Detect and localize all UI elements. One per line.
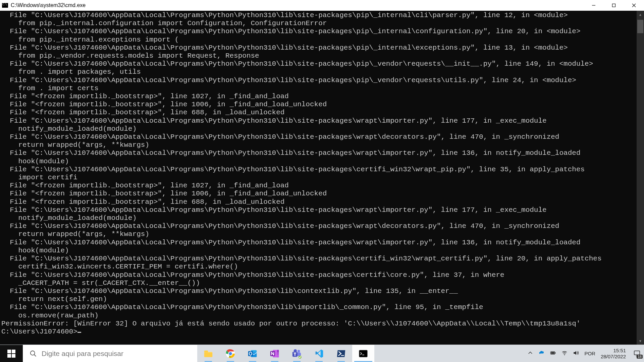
terminal-line: File "C:\Users\J1074600\AppData\Local\Pr… bbox=[1, 239, 637, 247]
terminal-line: File "C:\Users\J1074600\AppData\Local\Pr… bbox=[1, 117, 637, 125]
terminal-line: return wrapped(*args, **kwargs) bbox=[1, 141, 637, 149]
terminal-line: from . import certs bbox=[1, 84, 637, 93]
terminal-line: return wrapped(*args, **kwargs) bbox=[1, 230, 637, 238]
terminal-line: notify_module_loaded(module) bbox=[1, 214, 637, 222]
svg-marker-31 bbox=[574, 351, 577, 355]
taskbar: Digite aqui para pesquisar POR 15:51 28/… bbox=[0, 345, 644, 362]
scroll-up-button[interactable]: ▲ bbox=[637, 11, 644, 18]
cursor bbox=[77, 332, 81, 333]
terminal-line: File "C:\Users\J1074600\AppData\Local\Pr… bbox=[1, 11, 637, 19]
terminal-line: PermissionError: [WinError 32] O arquivo… bbox=[1, 320, 637, 328]
windows-icon bbox=[7, 350, 15, 358]
file-explorer-icon bbox=[203, 348, 214, 359]
onedrive-icon[interactable] bbox=[539, 350, 545, 357]
taskbar-app-file-explorer[interactable] bbox=[197, 345, 219, 362]
terminal-line: os.remove(raw_path) bbox=[1, 312, 637, 320]
chrome-icon bbox=[225, 348, 236, 359]
terminal-line: notify_module_loaded(module) bbox=[1, 125, 637, 133]
terminal-area[interactable]: File "C:\Users\J1074600\AppData\Local\Pr… bbox=[0, 11, 644, 345]
window-titlebar: C:\Windows\system32\cmd.exe bbox=[0, 0, 644, 11]
search-placeholder: Digite aqui para pesquisar bbox=[42, 350, 123, 358]
taskbar-app-chrome[interactable] bbox=[219, 345, 241, 362]
language-indicator[interactable]: POR bbox=[584, 351, 595, 356]
clock-time: 15:51 bbox=[601, 348, 626, 354]
terminal-line: from pip._vendor.requests.models import … bbox=[1, 52, 637, 60]
terminal-line: File "C:\Users\J1074600\AppData\Local\Pr… bbox=[1, 287, 637, 295]
taskbar-app-vscode[interactable] bbox=[308, 345, 330, 362]
volume-icon[interactable] bbox=[573, 350, 579, 357]
svg-rect-1 bbox=[612, 4, 615, 7]
minimize-button[interactable] bbox=[584, 0, 604, 11]
terminal-line: C:\Users\J1074600> bbox=[1, 328, 637, 336]
scroll-down-button[interactable]: ▼ bbox=[637, 337, 644, 345]
start-button[interactable] bbox=[0, 345, 23, 362]
terminal-line: from . import packages, utils bbox=[1, 68, 637, 76]
svg-rect-18 bbox=[277, 352, 279, 355]
taskbar-app-outlook[interactable] bbox=[241, 345, 264, 362]
taskbar-app-onenote[interactable] bbox=[264, 345, 286, 362]
terminal-line: File "C:\Users\J1074600\AppData\Local\Pr… bbox=[1, 166, 637, 174]
tray-chevron-up-icon[interactable] bbox=[527, 350, 533, 357]
terminal-line: File "C:\Users\J1074600\AppData\Local\Pr… bbox=[1, 206, 637, 214]
terminal-line: File "C:\Users\J1074600\AppData\Local\Pr… bbox=[1, 255, 637, 263]
terminal-line: File "C:\Users\J1074600\AppData\Local\Pr… bbox=[1, 303, 637, 311]
scroll-track[interactable] bbox=[637, 18, 644, 337]
terminal-line: _CACERT_PATH = str(_CACERT_CTX.__enter__… bbox=[1, 279, 637, 287]
svg-rect-29 bbox=[551, 352, 554, 354]
terminal-line: File "<frozen importlib._bootstrap>", li… bbox=[1, 109, 637, 117]
terminal-line: from pip._internal.configuration import … bbox=[1, 19, 637, 27]
maximize-button[interactable] bbox=[604, 0, 624, 11]
terminal-line: hook(module) bbox=[1, 247, 637, 255]
terminal-line: import certifi bbox=[1, 174, 637, 182]
svg-rect-17 bbox=[277, 350, 279, 352]
terminal-line: hook(module) bbox=[1, 158, 637, 166]
powershell-icon bbox=[335, 348, 347, 359]
svg-rect-19 bbox=[277, 355, 279, 357]
notifications-button[interactable]: 18 bbox=[633, 350, 641, 358]
terminal-line: from pip._internal.exceptions import ( bbox=[1, 36, 637, 44]
onenote-icon bbox=[269, 348, 280, 359]
clock-date: 28/07/2022 bbox=[601, 354, 626, 360]
teams-icon bbox=[291, 348, 303, 359]
terminal-line: File "<frozen importlib._bootstrap>", li… bbox=[1, 101, 637, 109]
taskbar-app-powershell[interactable] bbox=[330, 345, 352, 362]
svg-rect-8 bbox=[204, 352, 212, 357]
outlook-icon bbox=[247, 348, 258, 359]
cmd-icon bbox=[2, 3, 8, 8]
taskbar-app-cmd[interactable] bbox=[352, 345, 374, 362]
terminal-line: File "C:\Users\J1074600\AppData\Local\Pr… bbox=[1, 271, 637, 279]
svg-point-21 bbox=[298, 350, 300, 352]
svg-point-4 bbox=[31, 351, 35, 355]
battery-icon[interactable] bbox=[550, 350, 556, 357]
terminal-line: File "C:\Users\J1074600\AppData\Local\Pr… bbox=[1, 27, 637, 36]
window-title: C:\Windows\system32\cmd.exe bbox=[11, 2, 86, 8]
svg-point-30 bbox=[564, 355, 565, 355]
taskbar-search[interactable]: Digite aqui para pesquisar bbox=[23, 345, 197, 362]
terminal-output[interactable]: File "C:\Users\J1074600\AppData\Local\Pr… bbox=[0, 11, 637, 345]
terminal-line: File "<frozen importlib._bootstrap>", li… bbox=[1, 93, 637, 101]
scrollbar[interactable]: ▲ ▼ bbox=[637, 11, 644, 345]
svg-line-5 bbox=[34, 354, 36, 356]
search-icon bbox=[30, 350, 37, 357]
terminal-line: File "C:\Users\J1074600\AppData\Local\Pr… bbox=[1, 222, 637, 230]
terminal-line: File "<frozen importlib._bootstrap>", li… bbox=[1, 190, 637, 198]
svg-rect-32 bbox=[634, 351, 640, 355]
wifi-icon[interactable] bbox=[561, 350, 568, 357]
taskbar-app-teams[interactable] bbox=[286, 345, 308, 362]
system-tray: POR 15:51 28/07/2022 18 bbox=[527, 345, 644, 362]
terminal-line: File "C:\Users\J1074600\AppData\Local\Pr… bbox=[1, 149, 637, 157]
terminal-line: File "<frozen importlib._bootstrap>", li… bbox=[1, 182, 637, 190]
clock[interactable]: 15:51 28/07/2022 bbox=[601, 348, 628, 360]
scroll-thumb[interactable] bbox=[637, 20, 643, 33]
terminal-line: File "C:\Users\J1074600\AppData\Local\Pr… bbox=[1, 60, 637, 68]
terminal-line: File "C:\Users\J1074600\AppData\Local\Pr… bbox=[1, 133, 637, 141]
terminal-line: File "C:\Users\J1074600\AppData\Local\Pr… bbox=[1, 76, 637, 84]
close-button[interactable] bbox=[624, 0, 644, 11]
taskbar-apps bbox=[197, 345, 374, 362]
terminal-line: return next(self.gen) bbox=[1, 295, 637, 303]
terminal-line: File "C:\Users\J1074600\AppData\Local\Pr… bbox=[1, 44, 637, 52]
svg-rect-7 bbox=[204, 350, 208, 352]
terminal-line: File "<frozen importlib._bootstrap>", li… bbox=[1, 198, 637, 206]
vscode-icon bbox=[313, 348, 325, 359]
terminal-line: certifi_win32.wincerts.CERTIFI_PEM = cer… bbox=[1, 263, 637, 271]
